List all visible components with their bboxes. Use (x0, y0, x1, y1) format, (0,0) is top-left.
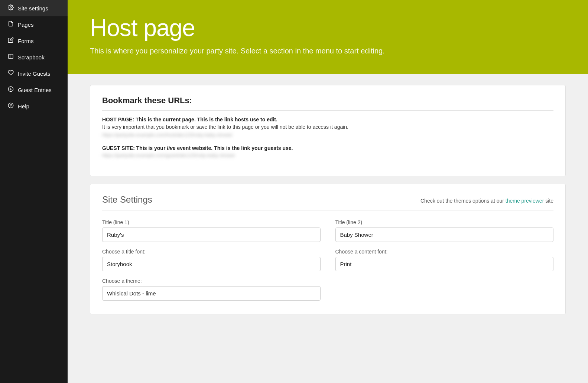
title-line2-label: Title (line 2) (335, 219, 554, 225)
site-settings-icon (7, 4, 14, 12)
sidebar-item-help[interactable]: Help (0, 98, 68, 114)
sidebar-item-label: Help (18, 103, 29, 109)
host-page-desc: It is very important that you bookmark o… (102, 124, 553, 130)
sidebar-item-pages[interactable]: Pages (0, 16, 68, 33)
content-font-input[interactable] (335, 257, 554, 271)
bookmark-card: Bookmark these URLs: HOST PAGE: This is … (90, 85, 566, 176)
title-font-input[interactable] (102, 257, 321, 271)
sidebar-item-guest-entries[interactable]: Guest Entries (0, 82, 68, 98)
title-font-label: Choose a title font: (102, 249, 321, 255)
svg-point-0 (10, 7, 12, 8)
help-icon (7, 102, 14, 110)
scrapbook-icon (7, 53, 14, 61)
theme-group: Choose a theme: (102, 278, 321, 301)
svg-rect-1 (9, 54, 13, 59)
theme-label: Choose a theme: (102, 278, 321, 284)
title-line1-input[interactable] (102, 227, 321, 242)
sidebar-item-label: Site settings (18, 5, 48, 12)
content-area: Bookmark these URLs: HOST PAGE: This is … (68, 74, 588, 383)
theme-previewer-link[interactable]: theme previewer (506, 198, 544, 204)
title-line1-group: Title (line 1) (102, 219, 321, 242)
hero-banner: Host page This is where you personalize … (68, 0, 588, 74)
hero-subtitle: This is where you personalize your party… (90, 47, 566, 55)
host-page-label: HOST PAGE: This is the current page. Thi… (102, 117, 553, 122)
title-line2-input[interactable] (335, 227, 554, 242)
guest-site-url: https://partysite.example.com/guest/abc1… (102, 153, 553, 158)
host-page-url: https://partysite.example.com/host/abc12… (102, 132, 553, 138)
settings-section-title: Site Settings (102, 194, 152, 205)
site-settings-card: Site Settings Check out the themes optio… (90, 184, 566, 314)
settings-form: Title (line 1) Title (line 2) Choose a t… (102, 219, 553, 301)
invite-guests-icon (7, 70, 14, 77)
main-content: Host page This is where you personalize … (68, 0, 588, 383)
guest-entries-icon (7, 86, 14, 94)
sidebar-item-site-settings[interactable]: Site settings (0, 0, 68, 16)
sidebar-item-label: Pages (18, 22, 34, 28)
pages-icon (7, 21, 14, 28)
title-line1-label: Title (line 1) (102, 219, 321, 225)
page-title: Host page (90, 15, 566, 41)
settings-header: Site Settings Check out the themes optio… (102, 194, 553, 210)
forms-icon (7, 37, 14, 45)
host-page-section: HOST PAGE: This is the current page. Thi… (102, 117, 553, 138)
sidebar-item-label: Forms (18, 38, 34, 44)
content-font-label: Choose a content font: (335, 249, 554, 255)
guest-site-section: GUEST SITE: This is your live event webs… (102, 145, 553, 158)
sidebar-item-forms[interactable]: Forms (0, 33, 68, 49)
guest-site-label: GUEST SITE: This is your live event webs… (102, 145, 553, 151)
theme-previewer-note: Check out the themes options at our them… (420, 198, 553, 204)
sidebar-item-label: Guest Entries (18, 87, 52, 93)
sidebar-item-label: Invite Guests (18, 71, 51, 77)
sidebar: Site settings Pages Forms Scrapbook (0, 0, 68, 383)
sidebar-item-invite-guests[interactable]: Invite Guests (0, 65, 68, 82)
title-font-group: Choose a title font: (102, 249, 321, 271)
content-font-group: Choose a content font: (335, 249, 554, 271)
sidebar-item-label: Scrapbook (18, 54, 45, 60)
bookmark-title: Bookmark these URLs: (102, 96, 553, 111)
theme-input[interactable] (102, 286, 321, 301)
sidebar-item-scrapbook[interactable]: Scrapbook (0, 49, 68, 65)
title-line2-group: Title (line 2) (335, 219, 554, 242)
